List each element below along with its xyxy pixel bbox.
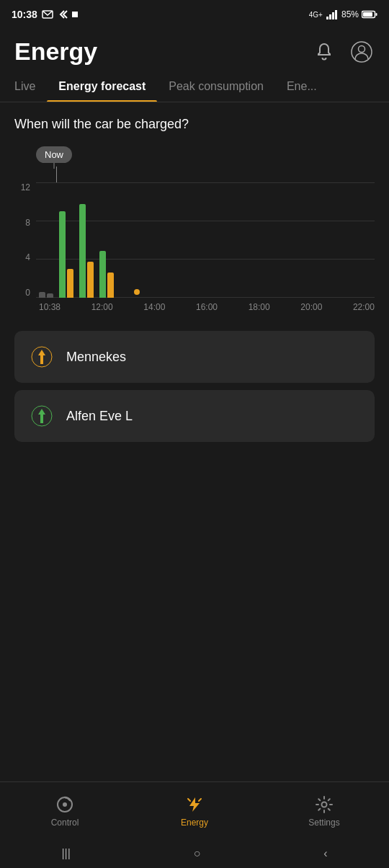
- main-content: When will the car be charged? Now 0 4 8 …: [0, 102, 389, 442]
- status-time: 10:38: [12, 9, 37, 20]
- bar-orange-3: [107, 273, 114, 298]
- bar-gray-2: [47, 293, 53, 298]
- x-label-1200: 12:00: [91, 302, 113, 312]
- arrow-left-icon: [58, 9, 68, 19]
- tab-peak-consumption[interactable]: Peak consumption: [157, 71, 275, 102]
- now-badge: Now: [36, 146, 72, 163]
- charger-list: Mennekes Alfen Eve L: [14, 331, 375, 442]
- svg-rect-6: [376, 13, 377, 16]
- x-label-1800: 18:00: [249, 302, 270, 312]
- svg-rect-3: [332, 12, 334, 19]
- battery-percent: 85%: [341, 9, 359, 19]
- svg-point-15: [63, 802, 67, 807]
- notification-button[interactable]: [311, 39, 337, 65]
- orange-dot: [134, 289, 140, 295]
- nav-energy[interactable]: Energy: [130, 794, 259, 828]
- nav-control-label: Control: [51, 818, 79, 828]
- email-icon: [42, 9, 53, 19]
- y-label-8: 8: [14, 218, 30, 228]
- mennekes-name: Mennekes: [66, 350, 126, 365]
- y-label-0: 0: [14, 288, 30, 298]
- system-nav: ||| ○ ‹: [0, 839, 389, 868]
- x-label-1400: 14:00: [143, 302, 165, 312]
- bar-group-12: [59, 182, 73, 298]
- dot-indicator: [72, 12, 78, 17]
- bar-green-1: [59, 211, 66, 298]
- user-icon: [351, 41, 372, 63]
- status-time-carrier: 10:38: [12, 9, 78, 20]
- bottom-nav: Control Energy Settings: [0, 781, 389, 839]
- now-line-connector: [56, 167, 57, 182]
- app-header: Energy: [0, 29, 389, 71]
- svg-rect-1: [326, 17, 328, 19]
- chart-with-yaxis: 0 4 8 12: [14, 182, 375, 298]
- dot-area: [120, 182, 372, 298]
- signal-icon: [326, 9, 339, 19]
- settings-icon: [314, 794, 334, 815]
- svg-marker-16: [189, 797, 200, 812]
- svg-point-19: [322, 802, 327, 807]
- tab-bar: Live Energy forecast Peak consumption En…: [0, 71, 389, 102]
- status-bar: 10:38 4G+ 85%: [0, 0, 389, 29]
- svg-rect-4: [335, 10, 337, 19]
- svg-rect-7: [363, 12, 372, 17]
- alfen-name: Alfen Eve L: [66, 409, 133, 424]
- alfen-icon: [29, 403, 55, 429]
- bars-area: [36, 182, 375, 298]
- tab-energy-forecast[interactable]: Energy forecast: [47, 71, 157, 102]
- x-label-1038: 10:38: [39, 302, 61, 312]
- bar-gray-1: [39, 292, 45, 298]
- bar-green-2: [79, 204, 86, 298]
- mennekes-icon: [29, 344, 55, 370]
- charger-item-mennekes[interactable]: Mennekes: [14, 331, 375, 383]
- svg-point-9: [359, 45, 365, 52]
- tab-ene[interactable]: Ene...: [275, 71, 328, 102]
- bell-icon: [314, 42, 334, 62]
- bar-group-13: [79, 182, 94, 298]
- svg-rect-2: [329, 14, 331, 19]
- y-axis: 0 4 8 12: [14, 182, 36, 298]
- header-icons: [311, 39, 375, 65]
- x-label-1600: 16:00: [196, 302, 218, 312]
- x-label-2000: 20:00: [300, 302, 322, 312]
- sys-back-btn[interactable]: ‹: [323, 847, 327, 860]
- battery-icon: [362, 10, 377, 19]
- app-title: Energy: [14, 37, 97, 66]
- status-right: 4G+ 85%: [309, 9, 377, 19]
- nav-energy-label: Energy: [181, 818, 208, 828]
- bar-group-14: [99, 182, 114, 298]
- y-label-12: 12: [14, 182, 30, 192]
- chart-inner: [36, 182, 375, 298]
- nav-settings-label: Settings: [308, 818, 339, 828]
- x-axis: 10:38 12:00 14:00 16:00 18:00 20:00 22:0…: [14, 302, 375, 312]
- control-icon: [55, 794, 75, 815]
- sys-recent-btn[interactable]: |||: [61, 847, 70, 860]
- status-carrier-type: 4G+: [309, 11, 323, 19]
- chart-container: Now 0 4 8 12: [14, 146, 375, 319]
- profile-button[interactable]: [349, 39, 375, 65]
- bar-orange-1: [67, 269, 73, 298]
- now-badge-area: Now: [14, 146, 375, 182]
- sys-home-btn[interactable]: ○: [194, 847, 201, 860]
- charger-item-alfen[interactable]: Alfen Eve L: [14, 390, 375, 442]
- svg-line-18: [199, 799, 201, 801]
- energy-icon: [184, 794, 205, 815]
- svg-line-17: [188, 799, 190, 801]
- nav-settings[interactable]: Settings: [259, 794, 389, 828]
- tab-live[interactable]: Live: [14, 71, 47, 102]
- x-label-2200: 22:00: [353, 302, 375, 312]
- charge-question: When will the car be charged?: [14, 117, 375, 132]
- y-label-4: 4: [14, 252, 30, 262]
- bar-green-3: [99, 251, 106, 298]
- bar-orange-2: [87, 262, 94, 298]
- bar-group-now: [39, 182, 53, 298]
- nav-control[interactable]: Control: [0, 794, 130, 828]
